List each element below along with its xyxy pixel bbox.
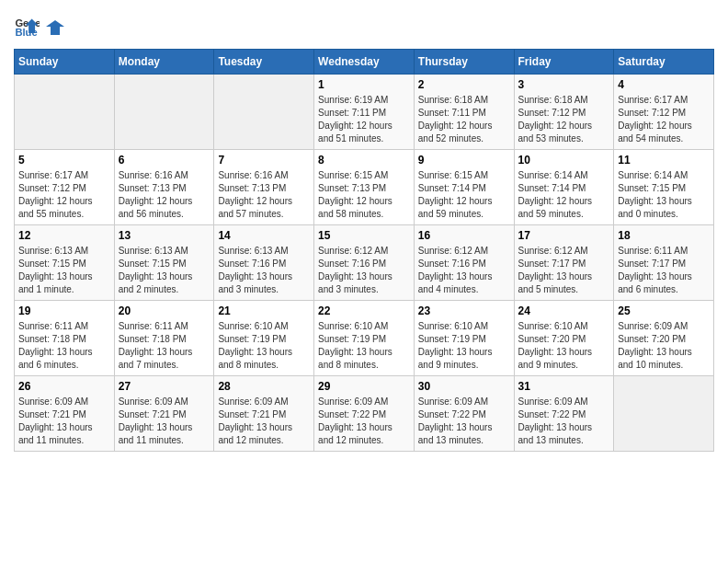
calendar-week-row: 5Sunrise: 6:17 AMSunset: 7:12 PMDaylight… (15, 150, 714, 225)
day-number: 28 (218, 380, 310, 393)
day-info: Sunrise: 6:11 AMSunset: 7:18 PMDaylight:… (18, 320, 110, 372)
calendar-cell: 5Sunrise: 6:17 AMSunset: 7:12 PMDaylight… (15, 150, 115, 225)
calendar-week-row: 12Sunrise: 6:13 AMSunset: 7:15 PMDayligh… (15, 225, 714, 301)
weekday-header: Tuesday (214, 50, 314, 75)
weekday-header: Thursday (414, 50, 514, 75)
day-info: Sunrise: 6:09 AMSunset: 7:22 PMDaylight:… (418, 396, 510, 447)
weekday-row: SundayMondayTuesdayWednesdayThursdayFrid… (15, 50, 714, 75)
weekday-header: Saturday (614, 50, 714, 75)
day-info: Sunrise: 6:09 AMSunset: 7:22 PMDaylight:… (318, 396, 410, 447)
day-number: 23 (418, 304, 510, 317)
day-info: Sunrise: 6:15 AMSunset: 7:14 PMDaylight:… (418, 169, 510, 221)
day-number: 22 (318, 304, 410, 317)
day-info: Sunrise: 6:14 AMSunset: 7:15 PMDaylight:… (618, 169, 710, 221)
day-number: 30 (418, 380, 510, 393)
day-info: Sunrise: 6:09 AMSunset: 7:21 PMDaylight:… (18, 396, 110, 447)
day-number: 27 (119, 380, 210, 393)
day-info: Sunrise: 6:14 AMSunset: 7:14 PMDaylight:… (518, 169, 610, 221)
calendar-cell (114, 75, 214, 150)
calendar-cell: 15Sunrise: 6:12 AMSunset: 7:16 PMDayligh… (314, 225, 415, 301)
calendar-cell: 18Sunrise: 6:11 AMSunset: 7:17 PMDayligh… (614, 225, 714, 301)
day-number: 13 (119, 229, 210, 242)
day-info: Sunrise: 6:18 AMSunset: 7:11 PMDaylight:… (418, 94, 510, 145)
day-info: Sunrise: 6:17 AMSunset: 7:12 PMDaylight:… (18, 169, 110, 221)
calendar-cell (614, 376, 714, 452)
calendar-cell: 9Sunrise: 6:15 AMSunset: 7:14 PMDaylight… (414, 150, 514, 225)
day-number: 24 (518, 304, 610, 317)
day-info: Sunrise: 6:12 AMSunset: 7:16 PMDaylight:… (418, 245, 510, 296)
calendar-cell: 17Sunrise: 6:12 AMSunset: 7:17 PMDayligh… (514, 225, 614, 301)
day-info: Sunrise: 6:13 AMSunset: 7:15 PMDaylight:… (119, 245, 210, 296)
calendar-cell: 21Sunrise: 6:10 AMSunset: 7:19 PMDayligh… (214, 301, 314, 376)
day-info: Sunrise: 6:09 AMSunset: 7:20 PMDaylight:… (618, 320, 710, 372)
day-number: 7 (218, 154, 310, 167)
calendar-cell: 28Sunrise: 6:09 AMSunset: 7:21 PMDayligh… (214, 376, 314, 452)
day-info: Sunrise: 6:12 AMSunset: 7:16 PMDaylight:… (318, 245, 410, 296)
calendar-cell: 11Sunrise: 6:14 AMSunset: 7:15 PMDayligh… (614, 150, 714, 225)
day-info: Sunrise: 6:09 AMSunset: 7:21 PMDaylight:… (218, 396, 310, 447)
day-info: Sunrise: 6:18 AMSunset: 7:12 PMDaylight:… (518, 94, 610, 145)
day-info: Sunrise: 6:17 AMSunset: 7:12 PMDaylight:… (618, 94, 710, 145)
day-info: Sunrise: 6:12 AMSunset: 7:17 PMDaylight:… (518, 245, 610, 296)
day-number: 10 (518, 154, 610, 167)
day-info: Sunrise: 6:10 AMSunset: 7:19 PMDaylight:… (418, 320, 510, 372)
weekday-header: Monday (114, 50, 214, 75)
day-info: Sunrise: 6:11 AMSunset: 7:18 PMDaylight:… (119, 320, 210, 372)
day-number: 20 (119, 304, 210, 317)
day-number: 25 (618, 304, 710, 317)
calendar-cell: 31Sunrise: 6:09 AMSunset: 7:22 PMDayligh… (514, 376, 614, 452)
day-number: 31 (518, 380, 610, 393)
day-info: Sunrise: 6:10 AMSunset: 7:19 PMDaylight:… (318, 320, 410, 372)
day-number: 12 (18, 229, 110, 242)
page-header: General Blue (14, 14, 714, 40)
day-info: Sunrise: 6:09 AMSunset: 7:21 PMDaylight:… (119, 396, 210, 447)
calendar-cell (15, 75, 115, 150)
day-info: Sunrise: 6:16 AMSunset: 7:13 PMDaylight:… (119, 169, 210, 221)
day-info: Sunrise: 6:13 AMSunset: 7:16 PMDaylight:… (218, 245, 310, 296)
calendar-cell: 26Sunrise: 6:09 AMSunset: 7:21 PMDayligh… (15, 376, 115, 452)
svg-marker-3 (46, 20, 64, 35)
calendar-cell: 8Sunrise: 6:15 AMSunset: 7:13 PMDaylight… (314, 150, 415, 225)
calendar-table: SundayMondayTuesdayWednesdayThursdayFrid… (14, 49, 714, 452)
calendar-header: SundayMondayTuesdayWednesdayThursdayFrid… (15, 50, 714, 75)
calendar-cell: 13Sunrise: 6:13 AMSunset: 7:15 PMDayligh… (114, 225, 214, 301)
calendar-cell: 2Sunrise: 6:18 AMSunset: 7:11 PMDaylight… (414, 75, 514, 150)
calendar-week-row: 26Sunrise: 6:09 AMSunset: 7:21 PMDayligh… (15, 376, 714, 452)
calendar-cell: 14Sunrise: 6:13 AMSunset: 7:16 PMDayligh… (214, 225, 314, 301)
day-info: Sunrise: 6:15 AMSunset: 7:13 PMDaylight:… (318, 169, 410, 221)
calendar-week-row: 19Sunrise: 6:11 AMSunset: 7:18 PMDayligh… (15, 301, 714, 376)
calendar-cell: 6Sunrise: 6:16 AMSunset: 7:13 PMDaylight… (114, 150, 214, 225)
calendar-cell: 25Sunrise: 6:09 AMSunset: 7:20 PMDayligh… (614, 301, 714, 376)
day-info: Sunrise: 6:10 AMSunset: 7:20 PMDaylight:… (518, 320, 610, 372)
day-number: 2 (418, 78, 510, 91)
day-number: 18 (618, 229, 710, 242)
calendar-cell (214, 75, 314, 150)
day-number: 15 (318, 229, 410, 242)
day-number: 6 (119, 154, 210, 167)
calendar-cell: 7Sunrise: 6:16 AMSunset: 7:13 PMDaylight… (214, 150, 314, 225)
calendar-cell: 22Sunrise: 6:10 AMSunset: 7:19 PMDayligh… (314, 301, 415, 376)
weekday-header: Friday (514, 50, 614, 75)
day-number: 1 (318, 78, 410, 91)
weekday-header: Wednesday (314, 50, 415, 75)
calendar-cell: 4Sunrise: 6:17 AMSunset: 7:12 PMDaylight… (614, 75, 714, 150)
logo: General Blue (14, 14, 67, 40)
day-number: 29 (318, 380, 410, 393)
calendar-week-row: 1Sunrise: 6:19 AMSunset: 7:11 PMDaylight… (15, 75, 714, 150)
day-info: Sunrise: 6:10 AMSunset: 7:19 PMDaylight:… (218, 320, 310, 372)
calendar-body: 1Sunrise: 6:19 AMSunset: 7:11 PMDaylight… (15, 75, 714, 452)
day-number: 16 (418, 229, 510, 242)
day-info: Sunrise: 6:11 AMSunset: 7:17 PMDaylight:… (618, 245, 710, 296)
calendar-cell: 10Sunrise: 6:14 AMSunset: 7:14 PMDayligh… (514, 150, 614, 225)
day-number: 5 (18, 154, 110, 167)
day-number: 19 (18, 304, 110, 317)
calendar-cell: 12Sunrise: 6:13 AMSunset: 7:15 PMDayligh… (15, 225, 115, 301)
calendar-cell: 16Sunrise: 6:12 AMSunset: 7:16 PMDayligh… (414, 225, 514, 301)
calendar-cell: 20Sunrise: 6:11 AMSunset: 7:18 PMDayligh… (114, 301, 214, 376)
logo-arrow-icon (45, 17, 65, 37)
day-number: 17 (518, 229, 610, 242)
calendar-cell: 24Sunrise: 6:10 AMSunset: 7:20 PMDayligh… (514, 301, 614, 376)
day-number: 4 (618, 78, 710, 91)
day-info: Sunrise: 6:16 AMSunset: 7:13 PMDaylight:… (218, 169, 310, 221)
calendar-cell: 3Sunrise: 6:18 AMSunset: 7:12 PMDaylight… (514, 75, 614, 150)
